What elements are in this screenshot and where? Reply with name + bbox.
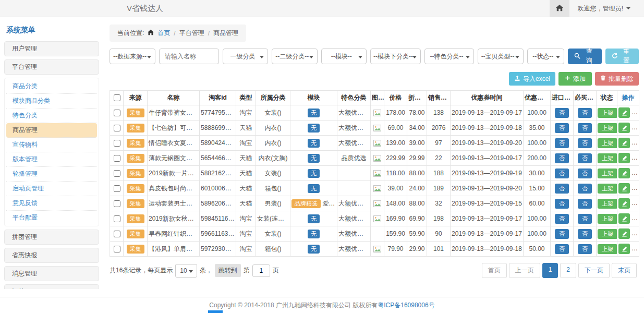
icp-link[interactable]: 粤ICP备16098006号 bbox=[378, 301, 434, 310]
sidebar-item-platform-management[interactable]: 平台管理 bbox=[4, 59, 99, 75]
row-checkbox[interactable] bbox=[114, 170, 120, 177]
sidebar-item-platform-config[interactable]: 平台配置 bbox=[6, 211, 97, 225]
status-badge[interactable]: 上架 bbox=[598, 153, 617, 163]
sidebar-item-module-product-category[interactable]: 模块商品分类 bbox=[6, 94, 97, 109]
edit-button[interactable] bbox=[618, 198, 630, 209]
filter-select-label: --数据来源-- bbox=[113, 52, 147, 61]
sidebar-item-order-management[interactable]: 订单管理 bbox=[4, 284, 99, 289]
status-badge[interactable]: 上架 bbox=[598, 108, 617, 118]
name-search-input[interactable] bbox=[159, 49, 219, 64]
import-select-toggle[interactable]: 否 bbox=[555, 199, 569, 209]
row-checkbox[interactable] bbox=[114, 110, 120, 116]
must-buy-toggle[interactable]: 否 bbox=[578, 123, 592, 133]
table-row: 采集2019新款一片式系...588216228899天猫女装()无118.00… bbox=[110, 166, 639, 181]
search-button[interactable]: 查询 bbox=[568, 49, 601, 64]
home-button[interactable] bbox=[550, 0, 569, 17]
must-buy-toggle[interactable]: 否 bbox=[578, 229, 592, 239]
page-number-input[interactable] bbox=[252, 264, 270, 277]
sidebar-item-group-buy-management[interactable]: 拼团管理 bbox=[4, 230, 99, 245]
sidebar-item-user-management[interactable]: 用户管理 bbox=[4, 41, 99, 56]
status-badge[interactable]: 上架 bbox=[598, 229, 617, 239]
filter-select-level1-category[interactable]: 一级分类 bbox=[223, 49, 268, 64]
row-checkbox[interactable] bbox=[114, 215, 120, 222]
import-select-toggle[interactable]: 否 bbox=[555, 214, 569, 224]
pager-button[interactable]: 下一页 bbox=[578, 263, 610, 278]
must-buy-cell: 否 bbox=[574, 242, 597, 257]
filter-select-data-source[interactable]: --数据来源-- bbox=[110, 49, 155, 64]
row-checkbox[interactable] bbox=[114, 185, 120, 192]
sidebar-item-product-category[interactable]: 商品分类 bbox=[6, 79, 97, 94]
breadcrumb-item-platform[interactable]: 平台管理 bbox=[179, 29, 204, 38]
must-buy-toggle[interactable]: 否 bbox=[578, 199, 592, 209]
pager-button[interactable]: 1 bbox=[542, 263, 558, 278]
sidebar-item-savings-express[interactable]: 省惠快报 bbox=[4, 248, 99, 263]
import-select-toggle[interactable]: 否 bbox=[555, 229, 569, 239]
pager-button[interactable]: 首页 bbox=[482, 263, 507, 278]
user-menu[interactable]: 欢迎您，管理员! bbox=[569, 0, 644, 17]
pager-button[interactable]: 上一页 bbox=[509, 263, 540, 278]
row-checkbox[interactable] bbox=[114, 140, 120, 147]
pager-button[interactable]: 2 bbox=[560, 263, 576, 278]
must-buy-toggle[interactable]: 否 bbox=[578, 244, 592, 254]
select-all-checkbox[interactable] bbox=[114, 94, 120, 101]
import-select-toggle[interactable]: 否 bbox=[555, 168, 569, 178]
import-select-toggle[interactable]: 否 bbox=[555, 123, 569, 133]
batch-delete-button[interactable]: 批量删除 bbox=[595, 72, 639, 86]
filter-select-item-type[interactable]: --宝贝类型-- bbox=[478, 49, 524, 64]
row-checkbox[interactable] bbox=[114, 200, 120, 207]
edit-button[interactable] bbox=[618, 213, 630, 224]
filter-select-module[interactable]: --模块-- bbox=[321, 49, 367, 64]
edit-button[interactable] bbox=[618, 123, 630, 133]
must-buy-toggle[interactable]: 否 bbox=[578, 153, 592, 163]
import-select-toggle[interactable]: 否 bbox=[555, 153, 569, 163]
type-cell: 天猫 bbox=[236, 151, 256, 166]
filter-select-feature-category[interactable]: --特色分类-- bbox=[424, 49, 473, 64]
sidebar-item-promo-material[interactable]: 宣传物料 bbox=[6, 138, 97, 152]
must-buy-toggle[interactable]: 否 bbox=[578, 184, 592, 194]
edit-button[interactable] bbox=[618, 244, 630, 254]
add-button[interactable]: 添加 bbox=[558, 72, 592, 86]
status-badge[interactable]: 上架 bbox=[598, 184, 617, 194]
sidebar-item-feedback[interactable]: 意见反馈 bbox=[6, 196, 97, 211]
edit-button[interactable] bbox=[618, 107, 630, 118]
import-excel-button[interactable]: 导入excel bbox=[509, 72, 555, 86]
must-buy-toggle[interactable]: 否 bbox=[578, 168, 592, 178]
chevron-down-icon bbox=[309, 56, 313, 58]
sidebar-item-carousel-management[interactable]: 轮播管理 bbox=[6, 167, 97, 182]
row-checkbox[interactable] bbox=[114, 246, 120, 252]
row-checkbox[interactable] bbox=[114, 231, 120, 237]
filter-select-status[interactable]: --状态-- bbox=[527, 49, 564, 64]
sidebar-item-message-management[interactable]: 消息管理 bbox=[4, 266, 99, 281]
import-select-toggle[interactable]: 否 bbox=[555, 138, 569, 148]
status-badge[interactable]: 上架 bbox=[598, 168, 617, 178]
filter-select-module-sub-category[interactable]: --模块下分类-- bbox=[370, 49, 421, 64]
edit-button[interactable] bbox=[618, 153, 630, 163]
sidebar-item-feature-category[interactable]: 特色分类 bbox=[6, 109, 97, 123]
edit-button[interactable] bbox=[618, 228, 630, 239]
status-badge[interactable]: 上架 bbox=[598, 138, 617, 148]
edit-button[interactable] bbox=[618, 183, 630, 194]
import-select-toggle[interactable]: 否 bbox=[555, 184, 569, 194]
row-checkbox[interactable] bbox=[114, 155, 120, 162]
status-badge[interactable]: 上架 bbox=[598, 214, 617, 224]
sidebar-item-version-management[interactable]: 版本管理 bbox=[6, 152, 97, 167]
status-badge[interactable]: 上架 bbox=[598, 123, 617, 133]
pager-button[interactable]: 末页 bbox=[612, 263, 637, 278]
sidebar-item-product-management[interactable]: 商品管理 bbox=[6, 123, 97, 138]
edit-button[interactable] bbox=[618, 168, 630, 178]
edit-button[interactable] bbox=[618, 138, 630, 148]
status-badge[interactable]: 上架 bbox=[598, 244, 617, 254]
sidebar-item-splash-page-management[interactable]: 启动页管理 bbox=[6, 182, 97, 196]
reset-button[interactable]: 重置 bbox=[605, 49, 639, 64]
jump-button[interactable]: 跳转到 bbox=[215, 264, 241, 277]
status-badge[interactable]: 上架 bbox=[598, 199, 617, 209]
must-buy-toggle[interactable]: 否 bbox=[578, 138, 592, 148]
breadcrumb-home-link[interactable]: 首页 bbox=[157, 29, 170, 38]
row-checkbox[interactable] bbox=[114, 125, 120, 131]
import-select-toggle[interactable]: 否 bbox=[555, 244, 569, 254]
import-select-toggle[interactable]: 否 bbox=[555, 108, 569, 118]
must-buy-toggle[interactable]: 否 bbox=[578, 214, 592, 224]
per-page-select[interactable]: 10 bbox=[175, 264, 197, 278]
must-buy-toggle[interactable]: 否 bbox=[578, 108, 592, 118]
filter-select-level2-category[interactable]: --二级分类-- bbox=[272, 49, 318, 64]
